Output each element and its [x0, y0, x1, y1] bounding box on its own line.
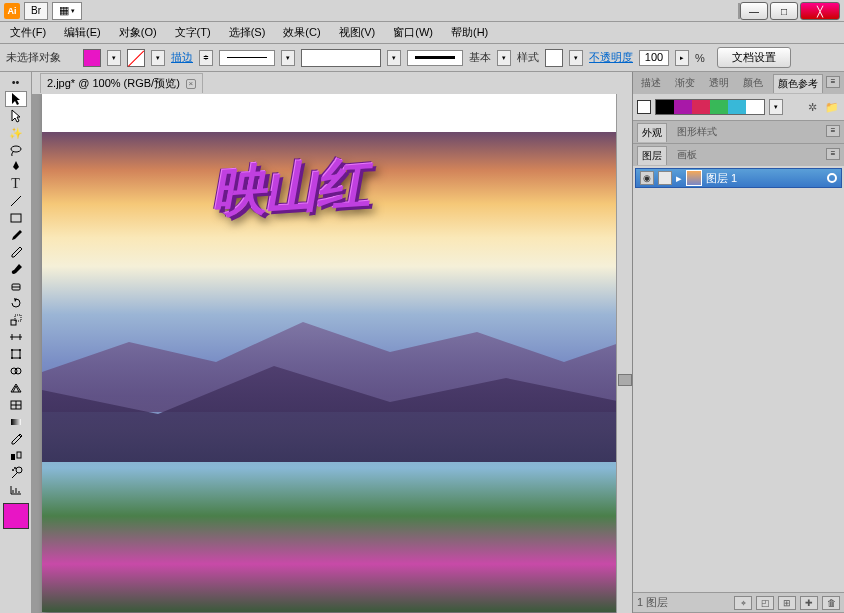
stroke-swatch[interactable] [127, 49, 145, 67]
mesh-tool[interactable] [5, 397, 27, 413]
svg-point-10 [11, 357, 13, 359]
panel-menu-icon[interactable]: ≡ [826, 148, 840, 160]
type-tool[interactable]: T [5, 176, 27, 192]
color-panel-group: 描述 渐变 透明 颜色 颜色参考 ≡ ▾ ✲ 📁 [633, 72, 844, 121]
tab-transparency[interactable]: 透明 [705, 74, 733, 92]
tab-graphic-styles[interactable]: 图形样式 [673, 123, 721, 141]
lock-toggle[interactable] [658, 171, 672, 185]
rotate-tool[interactable] [5, 295, 27, 311]
svg-rect-17 [17, 452, 21, 458]
layout-dropdown[interactable]: ▦▾ [52, 2, 82, 20]
tools-dock-icon[interactable]: •• [5, 74, 27, 90]
menu-text[interactable]: 文字(T) [171, 23, 215, 42]
svg-point-11 [19, 357, 21, 359]
menu-window[interactable]: 窗口(W) [389, 23, 437, 42]
blend-tool[interactable] [5, 448, 27, 464]
target-icon[interactable] [827, 173, 837, 183]
vertical-scrollbar[interactable] [616, 94, 632, 613]
save-group-icon[interactable]: 📁 [824, 99, 840, 115]
style-dropdown[interactable]: ▾ [569, 50, 583, 66]
tab-color[interactable]: 颜色 [739, 74, 767, 92]
delete-layer-icon[interactable]: 🗑 [822, 596, 840, 610]
free-transform-tool[interactable] [5, 346, 27, 362]
stroke-link[interactable]: 描边 [171, 50, 193, 65]
magic-wand-tool[interactable]: ✨ [5, 125, 27, 141]
width-tool[interactable] [5, 329, 27, 345]
tab-artboards[interactable]: 画板 [673, 146, 701, 164]
line-tool[interactable] [5, 193, 27, 209]
stroke-weight-field[interactable] [219, 50, 275, 66]
menu-help[interactable]: 帮助(H) [447, 23, 492, 42]
harmony-dropdown[interactable]: ▾ [769, 99, 783, 115]
brush-field[interactable] [407, 50, 463, 66]
opacity-slider-icon[interactable]: ▸ [675, 50, 689, 66]
menu-select[interactable]: 选择(S) [225, 23, 270, 42]
opacity-link[interactable]: 不透明度 [589, 50, 633, 65]
fill-swatch[interactable] [83, 49, 101, 67]
menu-object[interactable]: 对象(O) [115, 23, 161, 42]
paintbrush-tool[interactable] [5, 227, 27, 243]
panel-menu-icon[interactable]: ≡ [826, 76, 840, 88]
svg-point-18 [16, 467, 22, 473]
stroke-profile-dropdown[interactable]: ▾ [387, 50, 401, 66]
new-layer-icon[interactable]: ✚ [800, 596, 818, 610]
panel-menu-icon[interactable]: ≡ [826, 125, 840, 137]
fill-stroke-indicator[interactable] [3, 503, 29, 529]
tab-appearance[interactable]: 外观 [637, 123, 667, 142]
visibility-toggle-icon[interactable]: ◉ [640, 171, 654, 185]
tab-stroke[interactable]: 描述 [637, 74, 665, 92]
document-setup-button[interactable]: 文档设置 [717, 47, 791, 68]
layer-name[interactable]: 图层 1 [706, 171, 737, 186]
make-clipping-mask-icon[interactable]: ◰ [756, 596, 774, 610]
menu-file[interactable]: 文件(F) [6, 23, 50, 42]
gradient-tool[interactable] [5, 414, 27, 430]
stroke-dropdown[interactable]: ▾ [151, 50, 165, 66]
minimize-button[interactable]: — [740, 2, 768, 20]
blob-brush-tool[interactable] [5, 261, 27, 277]
harmony-swatches[interactable] [655, 99, 765, 115]
direct-selection-tool[interactable] [5, 108, 27, 124]
disclosure-triangle-icon[interactable]: ▸ [676, 172, 682, 185]
stroke-weight-stepper[interactable]: ≑ [199, 50, 213, 66]
close-button[interactable]: ╳ [800, 2, 840, 20]
symbol-sprayer-tool[interactable] [5, 465, 27, 481]
stroke-profile-field[interactable] [301, 49, 381, 67]
edit-colors-icon[interactable]: ✲ [804, 99, 820, 115]
eraser-tool[interactable] [5, 278, 27, 294]
locate-object-icon[interactable]: ⌖ [734, 596, 752, 610]
pencil-tool[interactable] [5, 244, 27, 260]
tab-color-guide[interactable]: 颜色参考 [773, 74, 823, 93]
document-tab[interactable]: 2.jpg* @ 100% (RGB/预览) × [40, 73, 203, 93]
fill-dropdown[interactable]: ▾ [107, 50, 121, 66]
eyedropper-tool[interactable] [5, 431, 27, 447]
bridge-button[interactable]: Br [24, 2, 48, 20]
document-tab-close[interactable]: × [186, 79, 196, 89]
canvas-viewport[interactable]: 映山红 [32, 94, 632, 613]
tab-gradient[interactable]: 渐变 [671, 74, 699, 92]
menu-view[interactable]: 视图(V) [335, 23, 380, 42]
scale-tool[interactable] [5, 312, 27, 328]
scrollbar-thumb[interactable] [618, 374, 632, 386]
tab-layers[interactable]: 图层 [637, 146, 667, 165]
style-swatch[interactable] [545, 49, 563, 67]
new-sublayer-icon[interactable]: ⊞ [778, 596, 796, 610]
percent-label: % [695, 52, 705, 64]
rectangle-tool[interactable] [5, 210, 27, 226]
stroke-weight-dropdown[interactable]: ▾ [281, 50, 295, 66]
pen-tool[interactable] [5, 159, 27, 175]
lasso-tool[interactable] [5, 142, 27, 158]
artwork-3d-text[interactable]: 映山红 [210, 147, 371, 231]
selection-tool[interactable] [5, 91, 27, 107]
perspective-grid-tool[interactable] [5, 380, 27, 396]
menu-edit[interactable]: 编辑(E) [60, 23, 105, 42]
layer-count: 1 图层 [637, 595, 668, 610]
base-color-swatch[interactable] [637, 100, 651, 114]
brush-dropdown[interactable]: ▾ [497, 50, 511, 66]
opacity-field[interactable]: 100 [639, 50, 669, 66]
canvas-wrap: 2.jpg* @ 100% (RGB/预览) × 映山红 [32, 72, 632, 613]
maximize-button[interactable]: □ [770, 2, 798, 20]
menu-effect[interactable]: 效果(C) [279, 23, 324, 42]
shape-builder-tool[interactable] [5, 363, 27, 379]
layer-row[interactable]: ◉ ▸ 图层 1 [635, 168, 842, 188]
graph-tool[interactable] [5, 482, 27, 498]
